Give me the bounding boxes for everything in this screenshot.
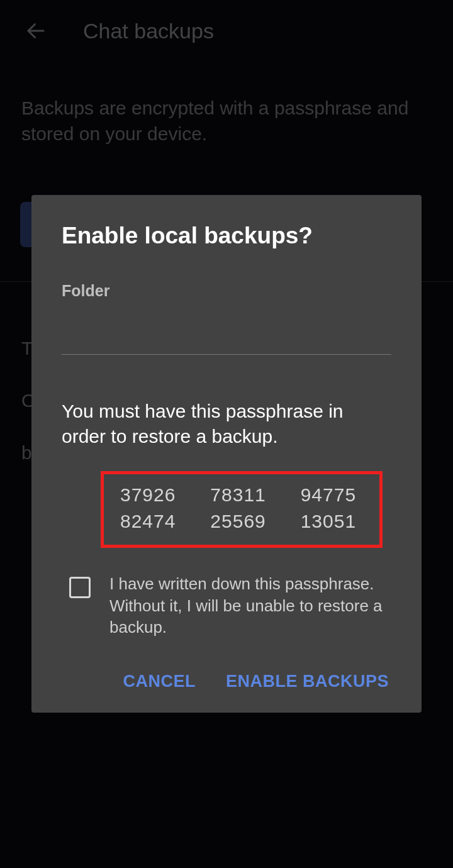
- passphrase-group: 37926: [120, 484, 182, 506]
- enable-backups-button[interactable]: ENABLE BACKUPS: [226, 672, 389, 691]
- passphrase-group: 94775: [301, 484, 363, 506]
- folder-label: Folder: [62, 282, 391, 300]
- cancel-button[interactable]: CANCEL: [123, 672, 196, 691]
- passphrase-group: 25569: [210, 511, 272, 532]
- confirm-text: I have written down this passphrase. Wit…: [109, 573, 391, 638]
- folder-underline: [62, 354, 391, 355]
- confirm-checkbox[interactable]: [69, 577, 91, 598]
- passphrase-highlight-box: 37926 78311 94775 82474 25569 13051: [101, 471, 383, 548]
- confirm-row[interactable]: I have written down this passphrase. Wit…: [62, 573, 391, 638]
- passphrase-group: 82474: [120, 511, 182, 532]
- dialog-title: Enable local backups?: [62, 223, 391, 249]
- folder-input[interactable]: [62, 300, 391, 350]
- passphrase-group: 13051: [301, 511, 363, 532]
- passphrase-grid: 37926 78311 94775 82474 25569 13051: [120, 484, 363, 532]
- enable-backups-dialog: Enable local backups? Folder You must ha…: [31, 195, 422, 713]
- dialog-actions: CANCEL ENABLE BACKUPS: [62, 672, 391, 691]
- passphrase-instruction: You must have this passphrase in order t…: [62, 399, 391, 448]
- passphrase-group: 78311: [210, 484, 272, 506]
